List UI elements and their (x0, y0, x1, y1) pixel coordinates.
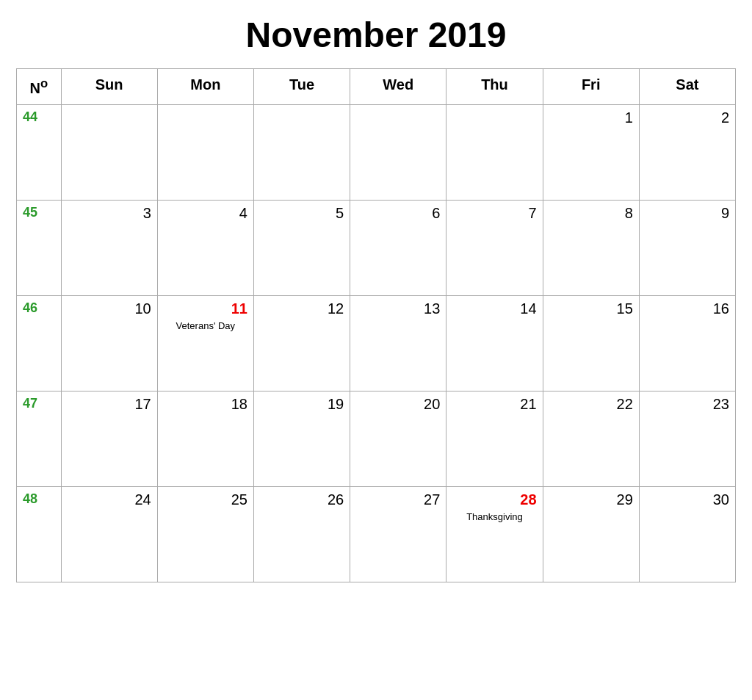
header-sun: Sun (61, 69, 157, 105)
day-number: 28 (452, 491, 536, 508)
day-number: 11 (164, 300, 247, 317)
day-cell: 6 (350, 200, 446, 295)
day-number: 16 (646, 300, 729, 317)
day-number: 25 (164, 491, 247, 508)
day-number: 6 (356, 205, 440, 222)
day-number: 29 (549, 491, 633, 508)
day-cell: 28Thanksgiving (446, 486, 543, 582)
day-cell: 25 (157, 486, 253, 582)
day-number: 8 (549, 205, 633, 222)
header-row: No Sun Mon Tue Wed Thu Fri Sat (17, 69, 736, 105)
week-row: 453456789 (17, 200, 736, 295)
day-cell: 2 (639, 104, 735, 200)
week-number: 48 (17, 486, 62, 582)
day-cell: 26 (253, 486, 350, 582)
day-number: 9 (646, 205, 729, 222)
day-cell (61, 104, 157, 200)
day-cell: 24 (61, 486, 157, 582)
header-tue: Tue (253, 69, 350, 105)
week-row: 461011Veterans' Day1213141516 (17, 295, 736, 391)
header-fri: Fri (543, 69, 639, 105)
day-number: 27 (356, 491, 440, 508)
day-number: 21 (452, 396, 536, 413)
week-row: 4717181920212223 (17, 391, 736, 486)
day-number: 15 (549, 300, 633, 317)
day-cell: 15 (543, 295, 639, 391)
day-number: 10 (68, 300, 151, 317)
holiday-label: Thanksgiving (452, 511, 536, 522)
holiday-label: Veterans' Day (164, 320, 247, 331)
day-number: 24 (68, 491, 151, 508)
day-number: 12 (260, 300, 344, 317)
calendar-table: No Sun Mon Tue Wed Thu Fri Sat 441245345… (16, 68, 736, 582)
day-cell: 3 (61, 200, 157, 295)
day-number: 23 (646, 396, 729, 413)
day-number: 19 (260, 396, 344, 413)
day-cell (253, 104, 350, 200)
week-row: 482425262728Thanksgiving2930 (17, 486, 736, 582)
header-weeknum: No (17, 69, 62, 105)
day-cell: 19 (253, 391, 350, 486)
day-cell: 29 (543, 486, 639, 582)
day-cell (157, 104, 253, 200)
header-wed: Wed (350, 69, 446, 105)
day-cell: 17 (61, 391, 157, 486)
day-cell: 16 (639, 295, 735, 391)
week-number: 47 (17, 391, 62, 486)
day-cell: 21 (446, 391, 543, 486)
day-number: 30 (646, 491, 729, 508)
day-cell: 11Veterans' Day (157, 295, 253, 391)
calendar-title: November 2019 (16, 15, 736, 55)
day-number: 17 (68, 396, 151, 413)
day-cell (446, 104, 543, 200)
day-cell: 12 (253, 295, 350, 391)
day-number: 1 (549, 109, 633, 126)
day-number: 18 (164, 396, 247, 413)
day-number: 4 (164, 205, 247, 222)
day-number: 20 (356, 396, 440, 413)
day-cell: 20 (350, 391, 446, 486)
calendar-container: November 2019 No Sun Mon Tue Wed Thu Fri… (16, 15, 736, 582)
day-number: 22 (549, 396, 633, 413)
day-cell: 22 (543, 391, 639, 486)
day-cell: 23 (639, 391, 735, 486)
day-cell: 1 (543, 104, 639, 200)
day-cell: 14 (446, 295, 543, 391)
day-cell: 5 (253, 200, 350, 295)
day-number: 13 (356, 300, 440, 317)
day-cell: 7 (446, 200, 543, 295)
day-cell: 18 (157, 391, 253, 486)
day-cell: 27 (350, 486, 446, 582)
day-cell: 9 (639, 200, 735, 295)
day-cell (350, 104, 446, 200)
day-cell: 30 (639, 486, 735, 582)
day-number: 3 (68, 205, 151, 222)
day-number: 26 (260, 491, 344, 508)
header-thu: Thu (446, 69, 543, 105)
day-cell: 4 (157, 200, 253, 295)
day-cell: 8 (543, 200, 639, 295)
day-cell: 13 (350, 295, 446, 391)
week-number: 44 (17, 104, 62, 200)
header-sat: Sat (639, 69, 735, 105)
week-number: 46 (17, 295, 62, 391)
day-number: 2 (646, 109, 729, 126)
day-number: 14 (452, 300, 536, 317)
day-number: 5 (260, 205, 344, 222)
day-cell: 10 (61, 295, 157, 391)
day-number: 7 (452, 205, 536, 222)
week-number: 45 (17, 200, 62, 295)
week-row: 4412 (17, 104, 736, 200)
header-mon: Mon (157, 69, 253, 105)
